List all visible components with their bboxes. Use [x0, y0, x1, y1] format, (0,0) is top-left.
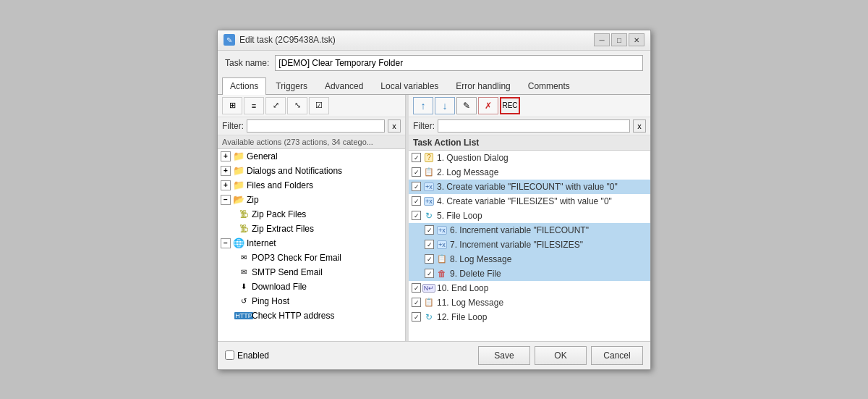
action-checkbox-3[interactable]: ✓ [412, 182, 421, 191]
tree-item-dialogs[interactable]: + 📁 Dialogs and Notifications [218, 164, 405, 178]
ok-button[interactable]: OK [535, 346, 587, 365]
tree-item-zip-extract[interactable]: 🗜 Zip Extract Files [218, 222, 405, 236]
minimize-button[interactable]: ─ [594, 33, 610, 46]
tree-label-zip-pack: Zip Pack Files [252, 209, 306, 219]
tab-triggers[interactable]: Triggers [268, 77, 315, 94]
enabled-check-input[interactable] [225, 350, 234, 360]
create-var-filecount-icon: +x [423, 181, 435, 193]
record-button[interactable]: REC [500, 97, 520, 114]
left-filter-clear-btn[interactable]: x [388, 119, 401, 133]
delete-file-icon: 🗑 [436, 268, 448, 280]
move-up-button[interactable]: ↑ [413, 97, 433, 114]
action-checkbox-8[interactable]: ✓ [425, 254, 434, 264]
action-label-1: 1. Question Dialog [437, 153, 509, 163]
folder-files-icon: 📁 [233, 180, 244, 191]
action-label-6: 6. Increment variable "FILECOUNT" [450, 225, 589, 235]
tree-label-smtp: SMTP Send Email [252, 267, 323, 277]
tree-label-zip: Zip [247, 195, 259, 205]
action-list: ✓ ? 1. Question Dialog ✓ 📋 2. Log Messag… [409, 151, 650, 341]
tab-error-handling[interactable]: Error handling [448, 77, 518, 94]
tab-comments[interactable]: Comments [520, 77, 578, 94]
tree-item-pop3[interactable]: ✉ POP3 Check For Email [218, 251, 405, 265]
tree-item-zip[interactable]: − 📂 Zip [218, 193, 405, 207]
action-checkbox-12[interactable]: ✓ [412, 312, 421, 322]
left-filter-row: Filter: x [218, 117, 405, 135]
left-toolbar-expand-btn[interactable]: ⤢ [265, 97, 286, 114]
file-loop-icon-12: ↻ [423, 311, 435, 323]
window-title: Edit task (2C95438A.tsk) [239, 35, 336, 45]
action-label-10: 10. End Loop [437, 283, 488, 293]
tree-item-general[interactable]: + 📁 General [218, 149, 405, 164]
expander-internet[interactable]: − [221, 238, 231, 248]
action-item-12[interactable]: ✓ ↻ 12. File Loop [409, 310, 650, 324]
tree-label-zip-extract: Zip Extract Files [252, 224, 314, 234]
left-toolbar-list-btn[interactable]: ≡ [244, 97, 264, 114]
action-item-1[interactable]: ✓ ? 1. Question Dialog [409, 151, 650, 165]
tab-advanced[interactable]: Advanced [317, 77, 371, 94]
action-checkbox-5[interactable]: ✓ [412, 211, 421, 220]
right-filter-row: Filter: x [409, 117, 650, 135]
tree-item-smtp[interactable]: ✉ SMTP Send Email [218, 265, 405, 280]
edit-action-button[interactable]: ✎ [456, 97, 477, 114]
task-name-input[interactable] [275, 55, 643, 71]
right-toolbar: ↑ ↓ ✎ ✗ REC [409, 95, 650, 117]
expander-files[interactable]: + [221, 180, 231, 190]
download-icon: ⬇ [238, 281, 250, 293]
expander-zip[interactable]: − [221, 195, 231, 205]
action-label-2: 2. Log Message [437, 167, 498, 177]
action-checkbox-2[interactable]: ✓ [412, 167, 421, 177]
tree-item-files[interactable]: + 📁 Files and Folders [218, 178, 405, 193]
action-checkbox-10[interactable]: ✓ [412, 283, 421, 293]
action-checkbox-7[interactable]: ✓ [425, 240, 434, 249]
action-item-9[interactable]: ✓ 🗑 9. Delete File [409, 266, 650, 281]
tree-item-download[interactable]: ⬇ Download File [218, 280, 405, 294]
action-item-3[interactable]: ✓ +x 3. Create variable "FILECOUNT" with… [409, 180, 650, 194]
left-toolbar-check-btn[interactable]: ☑ [309, 97, 329, 114]
right-filter-input[interactable] [438, 119, 630, 133]
action-checkbox-4[interactable]: ✓ [412, 196, 421, 206]
action-checkbox-6[interactable]: ✓ [425, 225, 434, 235]
bottom-left: Enabled [225, 350, 269, 361]
folder-internet-icon: 🌐 [233, 238, 244, 249]
move-down-button[interactable]: ↓ [435, 97, 455, 114]
pop3-icon: ✉ [238, 252, 250, 264]
action-checkbox-9[interactable]: ✓ [425, 269, 434, 278]
tree-item-http[interactable]: HTTP Check HTTP address [218, 308, 405, 323]
left-filter-input[interactable] [247, 119, 385, 133]
expander-dialogs[interactable]: + [221, 166, 231, 176]
close-button[interactable]: ✕ [629, 33, 644, 46]
action-item-5[interactable]: ✓ ↻ 5. File Loop [409, 209, 650, 223]
tab-local-variables[interactable]: Local variables [373, 77, 446, 94]
save-button[interactable]: Save [478, 346, 530, 365]
cancel-button[interactable]: Cancel [591, 346, 643, 365]
tree-label-http: Check HTTP address [252, 311, 335, 321]
action-item-6[interactable]: ✓ +x 6. Increment variable "FILECOUNT" [409, 223, 650, 238]
incr-filecount-icon: +x [436, 224, 448, 236]
delete-action-button[interactable]: ✗ [478, 97, 498, 114]
action-item-2[interactable]: ✓ 📋 2. Log Message [409, 165, 650, 180]
tree-label-pop3: POP3 Check For Email [252, 253, 341, 263]
enabled-checkbox[interactable]: Enabled [225, 350, 269, 361]
log-message-icon-8: 📋 [436, 253, 448, 265]
right-panel-header: Task Action List [409, 135, 650, 151]
expander-general[interactable]: + [221, 151, 231, 161]
tab-actions[interactable]: Actions [222, 77, 266, 95]
action-item-7[interactable]: ✓ +x 7. Increment variable "FILESIZES" [409, 238, 650, 252]
tree-label-general: General [247, 151, 278, 161]
tree-item-internet[interactable]: − 🌐 Internet [218, 236, 405, 251]
tree-item-zip-pack[interactable]: 🗜 Zip Pack Files [218, 207, 405, 222]
tabs-bar: Actions Triggers Advanced Local variable… [218, 75, 650, 95]
tree-item-ping[interactable]: ↺ Ping Host [218, 294, 405, 308]
action-item-10[interactable]: ✓ N↵ 10. End Loop [409, 281, 650, 295]
ping-icon: ↺ [238, 295, 250, 307]
action-item-11[interactable]: ✓ 📋 11. Log Message [409, 295, 650, 310]
right-filter-clear-btn[interactable]: x [633, 119, 646, 133]
action-checkbox-1[interactable]: ✓ [412, 153, 421, 162]
task-name-row: Task name: [218, 51, 650, 75]
action-item-8[interactable]: ✓ 📋 8. Log Message [409, 252, 650, 266]
action-checkbox-11[interactable]: ✓ [412, 298, 421, 307]
action-item-4[interactable]: ✓ +x 4. Create variable "FILESIZES" with… [409, 194, 650, 209]
left-toolbar-collapse-btn[interactable]: ⤡ [287, 97, 307, 114]
left-toolbar-grid-btn[interactable]: ⊞ [222, 97, 242, 114]
maximize-button[interactable]: □ [611, 33, 627, 46]
